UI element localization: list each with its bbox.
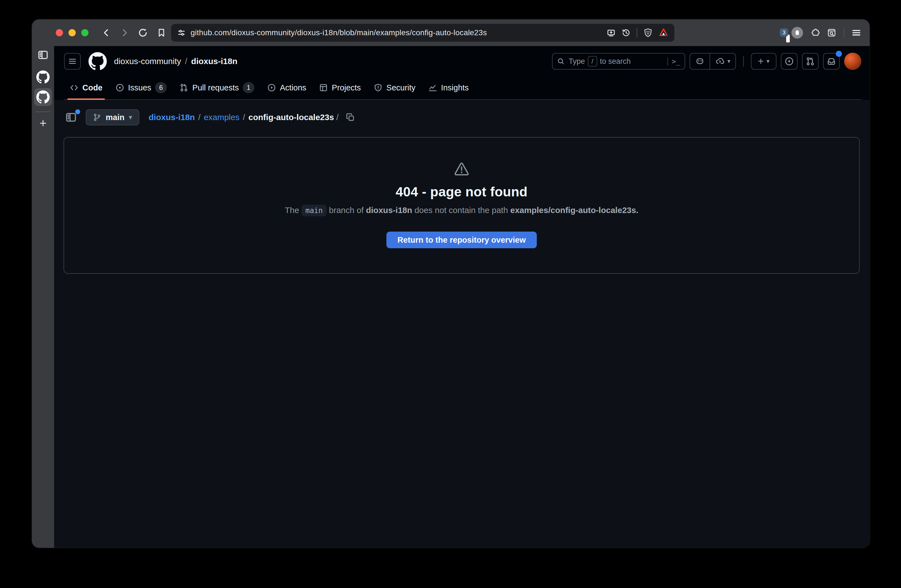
window-controls	[56, 29, 89, 36]
tab-pull-requests[interactable]: Pull requests 1	[175, 76, 259, 99]
copy-icon	[346, 113, 355, 122]
github-header: dioxus-community/dioxus-i18n Type / to s…	[54, 46, 870, 100]
repo-content: main ▾ dioxus-i18n/examples/config-auto-…	[54, 100, 870, 548]
404-title: 404 - page not found	[396, 184, 527, 200]
path-breadcrumb: dioxus-i18n/examples/config-auto-locale2…	[149, 112, 339, 122]
breadcrumb-dir-link[interactable]: examples	[204, 112, 239, 122]
pr-count-badge: 1	[243, 82, 254, 93]
plus-icon: +	[758, 56, 764, 67]
send-to-device-icon[interactable]	[607, 28, 616, 37]
repo-link[interactable]: dioxus-i18n	[191, 56, 237, 66]
forward-button[interactable]	[118, 27, 131, 39]
new-tab-button[interactable]: +	[39, 117, 47, 129]
alert-triangle-icon	[454, 161, 469, 176]
tab-insights[interactable]: Insights	[423, 76, 474, 99]
copilot-dropdown-button[interactable]: ▾	[710, 53, 736, 69]
toolbar-divider	[843, 28, 844, 37]
branch-selector-button[interactable]: main ▾	[86, 109, 139, 125]
bookmark-icon[interactable]	[157, 28, 166, 37]
tab-code[interactable]: Code	[65, 76, 108, 99]
close-window-button[interactable]	[56, 29, 63, 36]
forward-icon	[120, 28, 129, 37]
page-actions	[607, 28, 668, 37]
header-divider	[743, 56, 744, 67]
browser-menu-icon[interactable]	[851, 28, 861, 38]
breadcrumb-trailing-slash: /	[334, 112, 339, 122]
brave-rewards-icon[interactable]	[659, 28, 668, 37]
github-global-menu-button[interactable]	[64, 53, 81, 70]
search-placeholder-suffix: to search	[600, 57, 631, 66]
chevron-down-icon: ▾	[727, 58, 730, 64]
github-favicon	[36, 70, 50, 84]
reader-search-icon[interactable]	[827, 28, 836, 37]
minimize-window-button[interactable]	[69, 29, 76, 36]
return-to-repo-button[interactable]: Return to the repository overview	[387, 232, 537, 248]
404-message: The main branch of dioxus-i18n does not …	[285, 206, 639, 215]
extensions-puzzle-icon[interactable]	[810, 28, 820, 37]
path-separator: /	[195, 112, 204, 122]
search-input[interactable]: Type / to search >_	[552, 53, 685, 70]
browser-tab-github-1[interactable]	[36, 70, 50, 84]
copilot-cloud-icon	[715, 56, 725, 66]
github-favicon	[36, 90, 50, 104]
browser-window: github.com/dioxus-community/dioxus-i18n/…	[32, 19, 870, 548]
git-branch-icon	[93, 113, 101, 122]
sidebar-toggle-icon[interactable]	[37, 49, 48, 61]
repo-nav-tabs: Code Issues 6 Pull requests 1 Actio	[64, 76, 861, 100]
reload-icon	[138, 28, 148, 38]
github-logo[interactable]	[89, 52, 107, 70]
chevron-down-icon: ▾	[129, 114, 132, 120]
file-breadcrumb-row: main ▾ dioxus-i18n/examples/config-auto-…	[64, 109, 860, 125]
graph-icon	[428, 83, 437, 92]
branch-name: main	[106, 113, 125, 122]
user-avatar[interactable]	[844, 53, 861, 70]
file-tree-toggle-button[interactable]	[64, 110, 78, 125]
hamburger-icon	[68, 57, 77, 66]
breadcrumb-repo-link[interactable]: dioxus-i18n	[149, 112, 195, 122]
copy-path-button[interactable]	[346, 113, 355, 122]
command-palette-icon[interactable]: >_	[667, 58, 680, 66]
git-pull-request-icon	[806, 56, 815, 66]
branch-code-chip: main	[302, 205, 327, 216]
copilot-button-group: ▾	[690, 53, 736, 70]
tab-issues[interactable]: Issues 6	[111, 76, 172, 99]
your-issues-button[interactable]	[781, 53, 798, 70]
copilot-button[interactable]	[690, 53, 709, 69]
history-icon[interactable]	[622, 28, 631, 37]
chevron-down-icon: ▾	[767, 58, 770, 64]
zoom-window-button[interactable]	[81, 29, 89, 36]
reload-button[interactable]	[137, 27, 149, 39]
issue-opened-icon	[784, 56, 794, 66]
notification-dot	[836, 51, 842, 57]
tab-projects[interactable]: Projects	[314, 76, 366, 99]
project-table-icon	[319, 83, 328, 92]
tab-security[interactable]: Security	[369, 76, 421, 99]
site-settings-icon[interactable]	[177, 28, 186, 37]
brave-shield-icon[interactable]	[643, 28, 653, 37]
404-panel: 404 - page not found The main branch of …	[64, 137, 860, 274]
toolbar-extensions: 3	[784, 27, 861, 39]
breadcrumb-leaf: config-auto-locale23s	[249, 112, 334, 122]
issues-count-badge: 6	[155, 82, 167, 93]
git-pull-request-icon	[179, 83, 189, 92]
copilot-icon	[695, 56, 705, 66]
create-new-button[interactable]: + ▾	[751, 53, 776, 70]
org-link[interactable]: dioxus-community	[114, 56, 181, 66]
tab-actions[interactable]: Actions	[262, 76, 311, 99]
back-button[interactable]	[100, 27, 112, 39]
code-icon	[70, 83, 78, 92]
browser-tab-sidebar: +	[32, 46, 54, 548]
address-bar[interactable]: github.com/dioxus-community/dioxus-i18n/…	[171, 24, 674, 42]
your-pull-requests-button[interactable]	[802, 53, 818, 70]
url-text: github.com/dioxus-community/dioxus-i18n/…	[190, 28, 603, 37]
header-breadcrumb: dioxus-community/dioxus-i18n	[114, 56, 237, 66]
extension-badge: 3	[780, 28, 788, 37]
breadcrumb-separator: /	[181, 56, 191, 66]
slash-keycap: /	[588, 56, 597, 67]
inbox-icon	[827, 56, 836, 66]
browser-tab-github-2-active[interactable]	[34, 88, 52, 106]
file-tree-notification-dot	[75, 109, 80, 114]
path-separator: /	[239, 112, 248, 122]
file-tree-icon	[65, 111, 77, 123]
profile-extension-icon[interactable]	[792, 27, 803, 39]
